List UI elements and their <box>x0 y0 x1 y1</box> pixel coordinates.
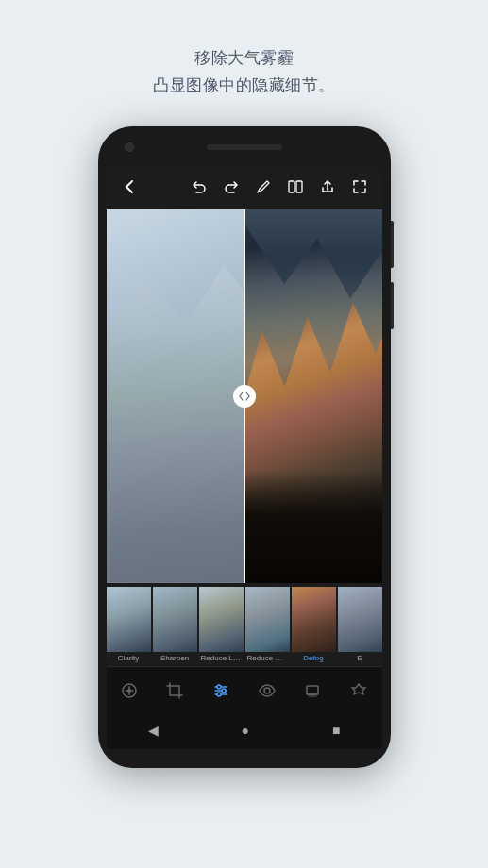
system-home-button[interactable]: ● <box>242 723 249 738</box>
thumb-sharpen-image <box>153 587 197 652</box>
svg-point-3 <box>127 689 131 693</box>
phone-screen: Clarity Sharpen Reduce Lumi.. Reduce Col… <box>107 168 382 749</box>
svg-rect-0 <box>289 181 294 192</box>
thumb-sharpen-label: Sharpen <box>153 652 197 662</box>
svg-point-7 <box>217 685 221 689</box>
share-button[interactable] <box>316 175 339 202</box>
back-button[interactable] <box>118 175 143 203</box>
phone-bottom-bar <box>98 749 391 768</box>
svg-point-10 <box>264 688 270 693</box>
app-toolbar <box>107 168 382 209</box>
volume-button <box>391 282 394 329</box>
svg-point-9 <box>217 693 221 696</box>
description-line2: 凸显图像中的隐藏细节。 <box>153 73 335 100</box>
toolbar-right-icons <box>188 175 371 202</box>
system-back-button[interactable]: ◀ <box>148 723 159 738</box>
svg-point-8 <box>222 689 226 693</box>
thumb-reduce-colo[interactable]: Reduce Colo.. <box>245 587 290 662</box>
edit-tool-button[interactable] <box>252 175 275 202</box>
header-description: 移除大气雾霾 凸显图像中的隐藏细节。 <box>153 45 335 100</box>
thumb-defog[interactable]: Defog <box>292 587 336 662</box>
description-line1: 移除大气雾霾 <box>153 45 335 73</box>
power-button <box>391 221 394 268</box>
thumb-reduce-lumi[interactable]: Reduce Lumi.. <box>199 587 244 662</box>
thumb-defog-label: Defog <box>292 652 336 662</box>
adjust-button[interactable] <box>204 674 238 708</box>
thumb-reduce-colo-image <box>245 587 290 652</box>
before-image <box>107 209 244 583</box>
redo-button[interactable] <box>220 175 243 202</box>
auto-enhance-button[interactable] <box>112 674 146 708</box>
divider-handle[interactable] <box>233 385 256 408</box>
phone-mockup: Clarity Sharpen Reduce Lumi.. Reduce Col… <box>98 126 391 768</box>
healing-button[interactable] <box>342 674 376 708</box>
after-image <box>244 209 382 583</box>
compare-button[interactable] <box>284 175 307 202</box>
system-navigation-bar: ◀ ● ■ <box>107 715 382 749</box>
thumb-e-image <box>338 587 382 652</box>
crop-button[interactable] <box>158 674 192 708</box>
image-comparison-area[interactable] <box>107 209 382 583</box>
thumb-e-label: E <box>338 652 382 662</box>
thumb-reduce-lumi-image <box>199 587 244 652</box>
thumb-e[interactable]: E <box>338 587 382 662</box>
svg-rect-11 <box>307 686 318 694</box>
thumb-reduce-lumi-label: Reduce Lumi.. <box>199 652 244 662</box>
front-camera <box>125 142 134 152</box>
fullscreen-button[interactable] <box>348 175 371 202</box>
svg-rect-1 <box>296 181 302 192</box>
system-recent-button[interactable]: ■ <box>332 723 340 738</box>
thumb-clarity[interactable]: Clarity <box>107 587 151 662</box>
thumb-defog-image <box>292 587 336 652</box>
layers-button[interactable] <box>295 674 329 708</box>
phone-top-bar <box>98 126 391 168</box>
speaker-grille <box>207 144 282 150</box>
comparison-divider[interactable] <box>244 209 245 583</box>
thumb-clarity-image <box>107 587 151 652</box>
filter-thumbnails-strip: Clarity Sharpen Reduce Lumi.. Reduce Col… <box>107 583 382 666</box>
undo-button[interactable] <box>188 175 210 202</box>
preview-button[interactable] <box>250 674 284 708</box>
bottom-toolbar <box>107 666 382 715</box>
thumb-reduce-colo-label: Reduce Colo.. <box>245 652 290 662</box>
thumb-sharpen[interactable]: Sharpen <box>153 587 197 662</box>
thumb-clarity-label: Clarity <box>107 652 151 662</box>
